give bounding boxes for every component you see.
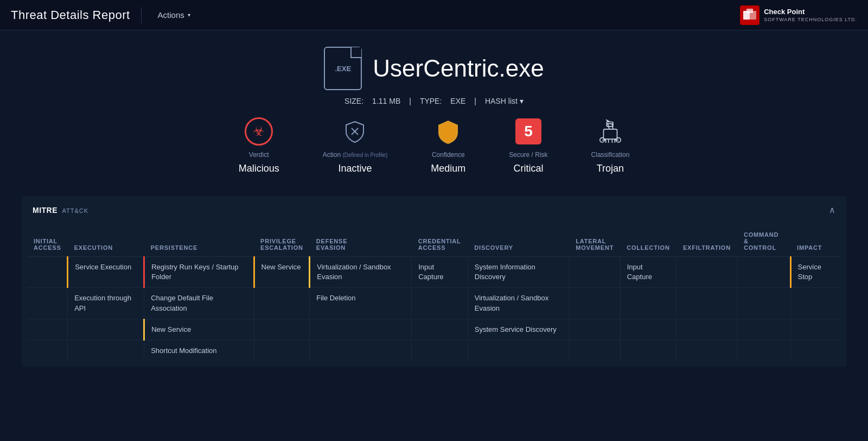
verdict-item: ☣ Verdict Malicious xyxy=(239,116,279,174)
cell-r3-impact xyxy=(790,319,841,340)
verdict-value: Malicious xyxy=(239,163,279,174)
cell-r3-execution xyxy=(68,319,144,340)
confidence-value: Medium xyxy=(431,163,465,174)
classification-icon-wrap xyxy=(595,116,626,147)
cell-r1-initial xyxy=(27,257,68,288)
col-defense-evasion: DEFENSEEVASION xyxy=(310,224,412,257)
hash-label: HASH list xyxy=(485,97,518,105)
svg-rect-5 xyxy=(603,129,617,139)
col-impact: IMPACT xyxy=(790,224,841,257)
confidence-icon-wrap xyxy=(433,116,463,147)
actions-button[interactable]: Actions ▾ xyxy=(152,7,196,23)
cell-r3-privilege xyxy=(254,319,310,340)
cell-r1-exfiltration xyxy=(676,257,737,288)
checkpoint-logo-icon xyxy=(740,5,760,25)
cell-r2-exfiltration xyxy=(676,288,737,319)
cell-r3-defense xyxy=(310,319,412,340)
risk-value: Critical xyxy=(513,163,543,174)
mitre-section: MITRE ATT&CK ∧ INITIALACCESS EXECUTION P… xyxy=(22,196,846,367)
file-name: UserCentric.exe xyxy=(373,55,544,82)
cell-r1-command xyxy=(737,257,790,288)
verdict-label: Verdict xyxy=(249,151,269,159)
col-privilege-escalation: PRIVILEGEESCALATION xyxy=(254,224,310,257)
page-title: Threat Details Report xyxy=(11,8,130,22)
cell-r4-initial xyxy=(27,340,68,361)
cell-r2-privilege xyxy=(254,288,310,319)
header-divider xyxy=(141,7,142,23)
logo-brand: Check Point xyxy=(764,8,857,17)
hash-list-button[interactable]: HASH list ▾ xyxy=(485,97,524,105)
mitre-subtitle: ATT&CK xyxy=(62,207,88,214)
cell-r2-impact xyxy=(790,288,841,319)
svg-rect-2 xyxy=(746,9,753,13)
table-row: Shortcut Modification xyxy=(27,340,841,361)
risk-label: Secure / Risk xyxy=(509,151,547,159)
cell-r2-defense: File Deletion xyxy=(310,288,412,319)
risk-icon: 5 xyxy=(515,118,541,144)
cell-r4-collection xyxy=(620,340,676,361)
cell-r3-collection xyxy=(620,319,676,340)
mitre-table-wrap: INITIALACCESS EXECUTION PERSISTENCE PRIV… xyxy=(22,224,846,367)
action-label: Action (Defined in Profile) xyxy=(323,151,388,159)
cell-r2-discovery: Virtualization / Sandbox Evasion xyxy=(468,288,569,319)
table-row: Service Execution Registry Run Keys / St… xyxy=(27,257,841,288)
cell-r4-command xyxy=(737,340,790,361)
action-value: Inactive xyxy=(338,163,372,174)
action-sublabel: (Defined in Profile) xyxy=(342,152,387,158)
table-row: New Service System Service Discovery xyxy=(27,319,841,340)
col-command-control: COMMAND &CONTROL xyxy=(737,224,790,257)
col-initial-access: INITIALACCESS xyxy=(27,224,68,257)
col-exfiltration: EXFILTRATION xyxy=(676,224,737,257)
cell-r3-lateral xyxy=(569,319,620,340)
cell-r1-credential: Input Capture xyxy=(412,257,468,288)
cell-r1-persistence: Registry Run Keys / Startup Folder xyxy=(144,257,254,288)
action-icon-wrap xyxy=(340,116,370,147)
col-persistence: PERSISTENCE xyxy=(144,224,254,257)
verdict-icon-wrap: ☣ xyxy=(244,116,274,147)
cell-r3-persistence: New Service xyxy=(144,319,254,340)
action-item: Action (Defined in Profile) Inactive xyxy=(323,116,388,174)
cell-r4-credential xyxy=(412,340,468,361)
main-content: .EXE UserCentric.exe SIZE: 1.11 MB | TYP… xyxy=(0,30,868,383)
hash-chevron-icon: ▾ xyxy=(520,97,524,105)
classification-label: Classification xyxy=(591,151,630,159)
col-lateral-movement: LATERALMOVEMENT xyxy=(569,224,620,257)
file-header: .EXE UserCentric.exe xyxy=(324,47,544,90)
mitre-header-row: INITIALACCESS EXECUTION PERSISTENCE PRIV… xyxy=(27,224,841,257)
actions-label: Actions xyxy=(158,10,184,20)
risk-icon-wrap: 5 xyxy=(513,116,544,147)
risk-item: 5 Secure / Risk Critical xyxy=(509,116,547,174)
cell-r1-impact: Service Stop xyxy=(790,257,841,288)
size-value: 1.11 MB xyxy=(372,97,400,105)
mitre-table: INITIALACCESS EXECUTION PERSISTENCE PRIV… xyxy=(27,224,841,361)
cell-r2-lateral xyxy=(569,288,620,319)
chevron-down-icon: ▾ xyxy=(188,12,190,18)
col-credential-access: CREDENTIALACCESS xyxy=(412,224,468,257)
logo-sub: SOFTWARE TECHNOLOGIES LTD. xyxy=(764,17,857,22)
mitre-header[interactable]: MITRE ATT&CK ∧ xyxy=(22,196,846,224)
cell-r4-privilege xyxy=(254,340,310,361)
cell-r2-command xyxy=(737,288,790,319)
cell-r2-collection xyxy=(620,288,676,319)
file-section: .EXE UserCentric.exe SIZE: 1.11 MB | TYP… xyxy=(22,47,846,174)
classification-value: Trojan xyxy=(597,163,624,174)
cell-r1-collection: Input Capture xyxy=(620,257,676,288)
meta-separator-1: | xyxy=(409,97,411,105)
cell-r1-lateral xyxy=(569,257,620,288)
verdict-icon: ☣ xyxy=(245,117,273,146)
risk-number: 5 xyxy=(524,123,533,140)
cell-r4-exfiltration xyxy=(676,340,737,361)
cell-r1-defense: Virtualization / Sandbox Evasion xyxy=(310,257,412,288)
logo-area: Check Point SOFTWARE TECHNOLOGIES LTD. xyxy=(740,5,857,25)
confidence-item: Confidence Medium xyxy=(431,116,465,174)
size-label: SIZE: xyxy=(344,97,363,105)
cell-r3-command xyxy=(737,319,790,340)
cell-r1-execution: Service Execution xyxy=(68,257,144,288)
confidence-icon xyxy=(434,117,462,146)
cell-r1-privilege: New Service xyxy=(254,257,310,288)
cell-r4-lateral xyxy=(569,340,620,361)
cell-r2-persistence: Change Default File Association xyxy=(144,288,254,319)
cell-r4-discovery xyxy=(468,340,569,361)
collapse-icon[interactable]: ∧ xyxy=(829,205,835,215)
cell-r1-discovery: System Information Discovery xyxy=(468,257,569,288)
